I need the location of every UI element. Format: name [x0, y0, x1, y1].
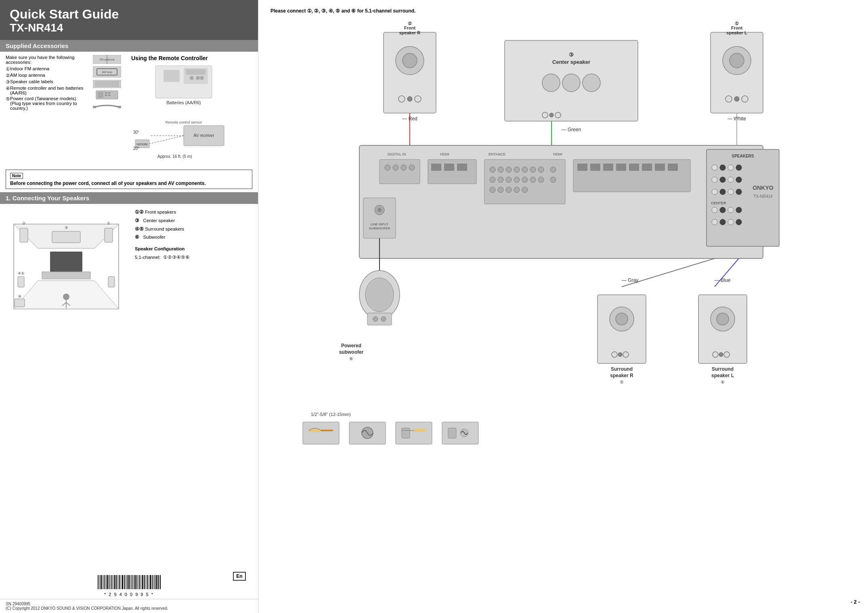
svg-point-188	[522, 187, 528, 193]
svg-text:⑥: ⑥	[349, 356, 353, 361]
svg-point-175	[550, 167, 556, 172]
svg-text:Surround: Surround	[712, 366, 734, 372]
svg-text:④⑤: ④⑤	[18, 271, 24, 275]
svg-rect-69	[116, 575, 117, 589]
acc-item-4: ④ Remote controller and two batteries (A…	[6, 86, 87, 95]
svg-rect-74	[124, 575, 125, 589]
svg-rect-97	[160, 575, 161, 589]
svg-text:LINE INPUT: LINE INPUT	[371, 223, 388, 226]
acc-num-5: ⑤	[6, 96, 10, 102]
svg-point-231	[717, 313, 729, 325]
svg-point-177	[498, 177, 503, 183]
right-panel: Please connect ①, ②, ③, ④, ⑤ and ⑥ for 5…	[258, 0, 868, 613]
svg-text:HDMI: HDMI	[440, 152, 449, 156]
svg-rect-63	[107, 575, 108, 589]
svg-rect-241	[321, 430, 333, 431]
acc-text-1: Indoor FM antenna	[10, 66, 49, 71]
svg-rect-94	[155, 575, 155, 589]
svg-point-150	[728, 219, 734, 225]
note-text: Before connecting the power cord, connec…	[10, 181, 248, 186]
svg-point-169	[498, 167, 503, 172]
svg-point-124	[555, 112, 561, 118]
config-title: Speaker Configuration	[135, 245, 252, 253]
svg-rect-90	[149, 575, 149, 589]
svg-point-222	[616, 313, 628, 325]
svg-rect-13	[108, 92, 111, 94]
svg-text:speaker R: speaker R	[399, 30, 421, 35]
supplied-accessories-heading: Supplied Accessories	[0, 40, 258, 52]
svg-text:ONKYO: ONKYO	[753, 185, 773, 191]
legend-front: ①② Front speakers	[135, 208, 252, 216]
connect-instruction: Please connect ①, ②, ③, ④, ⑤ and ⑥ for 5…	[270, 8, 856, 14]
acc-num-2: ②	[6, 73, 10, 78]
svg-point-148	[712, 219, 717, 225]
svg-rect-78	[130, 575, 131, 589]
svg-point-144	[712, 207, 717, 213]
svg-point-123	[549, 113, 554, 117]
barcode-area: /* barcode bars drawn below */	[97, 575, 161, 597]
svg-point-172	[522, 167, 528, 172]
svg-point-181	[530, 177, 536, 183]
svg-point-101	[398, 96, 405, 102]
svg-point-142	[736, 189, 742, 195]
acc-item-3: ③ Speaker cable labels	[6, 79, 87, 85]
svg-point-139	[712, 189, 717, 195]
acc-num-4: ④	[6, 86, 10, 91]
svg-rect-80	[133, 575, 134, 589]
svg-rect-64	[109, 575, 109, 589]
svg-rect-249	[448, 428, 456, 438]
note-box: Note Before connecting the power cord, c…	[6, 170, 252, 189]
acc-item-5: ⑤ Power cord (Taiwanese models)(Plug typ…	[6, 96, 87, 111]
svg-point-151	[736, 219, 742, 225]
svg-rect-14	[105, 94, 107, 96]
svg-rect-166	[457, 164, 467, 171]
svg-text:— Gray: — Gray	[622, 277, 638, 283]
svg-rect-93	[153, 575, 154, 589]
svg-point-135	[712, 177, 717, 183]
barcode-number: * 2 9 4 0 0 9 9 5 *	[104, 592, 154, 597]
header: Quick Start Guide TX-NR414	[0, 0, 258, 40]
svg-rect-49	[108, 277, 115, 287]
svg-point-168	[490, 167, 495, 172]
svg-rect-75	[126, 575, 126, 589]
svg-text:Center speaker: Center speaker	[552, 59, 590, 65]
svg-rect-92	[152, 575, 153, 589]
svg-rect-58	[99, 575, 100, 589]
svg-point-213	[365, 278, 394, 312]
svg-point-52	[63, 294, 69, 300]
acc-img-loop: AM loop	[93, 66, 121, 78]
svg-rect-45	[52, 231, 80, 243]
svg-rect-89	[147, 575, 148, 589]
svg-point-138	[736, 177, 742, 183]
svg-rect-83	[138, 575, 138, 589]
svg-point-134	[736, 165, 742, 170]
svg-text:Front: Front	[731, 25, 742, 30]
svg-rect-72	[121, 575, 121, 589]
svg-point-185	[498, 187, 503, 193]
barcode-svg: /* barcode bars drawn below */	[97, 575, 161, 591]
svg-rect-198	[363, 198, 396, 238]
svg-text:speaker L: speaker L	[711, 373, 734, 378]
svg-rect-163	[428, 160, 476, 184]
svg-point-22	[190, 76, 194, 80]
svg-text:SPEAKERS: SPEAKERS	[732, 154, 754, 158]
svg-point-109	[730, 53, 744, 68]
svg-line-30	[149, 136, 184, 144]
acc-item-2: ② AM loop antenna	[6, 73, 87, 78]
svg-text:speaker R: speaker R	[610, 373, 633, 378]
svg-rect-16	[93, 106, 96, 108]
remote-title: Using the Remote Controller	[131, 55, 252, 61]
svg-rect-40	[42, 272, 90, 279]
acc-text-3: Speaker cable labels	[10, 79, 53, 84]
svg-point-184	[490, 187, 495, 193]
svg-rect-191	[590, 164, 600, 171]
svg-point-224	[618, 353, 622, 357]
bottom-bar: SN 29400995 (C) Copyright 2012 ONKYO SOU…	[0, 599, 258, 613]
connecting-speakers-heading: 1. Connecting Your Speakers	[0, 192, 258, 204]
svg-point-140	[720, 189, 725, 195]
svg-rect-70	[118, 575, 118, 589]
accessories-text: Make sure you have the following accesso…	[6, 55, 87, 163]
svg-rect-195	[642, 164, 652, 171]
left-panel: Quick Start Guide TX-NR414 Supplied Acce…	[0, 0, 258, 613]
svg-point-200	[377, 208, 382, 212]
